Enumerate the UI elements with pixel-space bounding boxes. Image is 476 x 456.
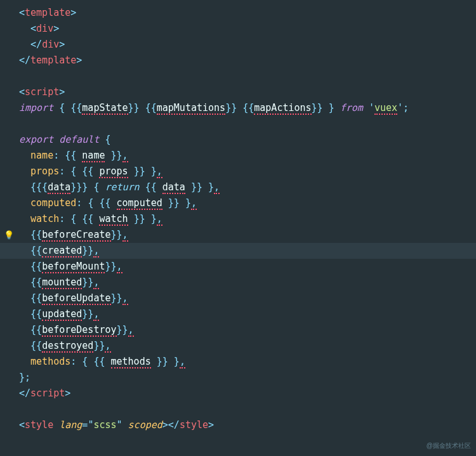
code-line: import { {{mapState}} {{mapMutations}} {…	[0, 100, 476, 116]
code-line: 💡 {{beforeCreate}},	[0, 227, 476, 243]
blank-line	[0, 68, 476, 84]
code-line: computed: { {{ computed }} },	[0, 195, 476, 211]
code-line: <script>	[0, 84, 476, 100]
code-line: name: {{ name }},	[0, 148, 476, 164]
code-line: {{mounted}},	[0, 275, 476, 290]
code-line: export default {	[0, 132, 476, 148]
code-line: methods: { {{ methods }} },	[0, 354, 476, 370]
code-line: {{updated}},	[0, 306, 476, 322]
code-line: {{beforeMount}},	[0, 259, 476, 275]
code-line: };	[0, 370, 476, 386]
code-line: watch: { {{ watch }} },	[0, 211, 476, 227]
watermark: @掘金技术社区	[426, 438, 471, 453]
code-line: <template>	[0, 5, 476, 21]
code-line: </div>	[0, 37, 476, 53]
blank-line	[0, 401, 476, 417]
code-line: </script>	[0, 386, 476, 401]
code-line: <style lang="scss" scoped></style>	[0, 417, 476, 433]
code-line: {{beforeDestroy}},	[0, 322, 476, 338]
code-line: {{{data}}} { return {{ data }} },	[0, 179, 476, 195]
code-line-current: {{created}},	[0, 243, 476, 259]
code-line: {{beforeUpdate}},	[0, 290, 476, 306]
lightbulb-icon[interactable]: 💡	[3, 227, 15, 243]
code-editor[interactable]: <template> <div> </div> </template> <scr…	[0, 5, 476, 433]
code-line: </template>	[0, 53, 476, 68]
blank-line	[0, 116, 476, 132]
code-line: props: { {{ props }} },	[0, 164, 476, 179]
code-line: {{destroyed}},	[0, 338, 476, 354]
code-line: <div>	[0, 21, 476, 37]
